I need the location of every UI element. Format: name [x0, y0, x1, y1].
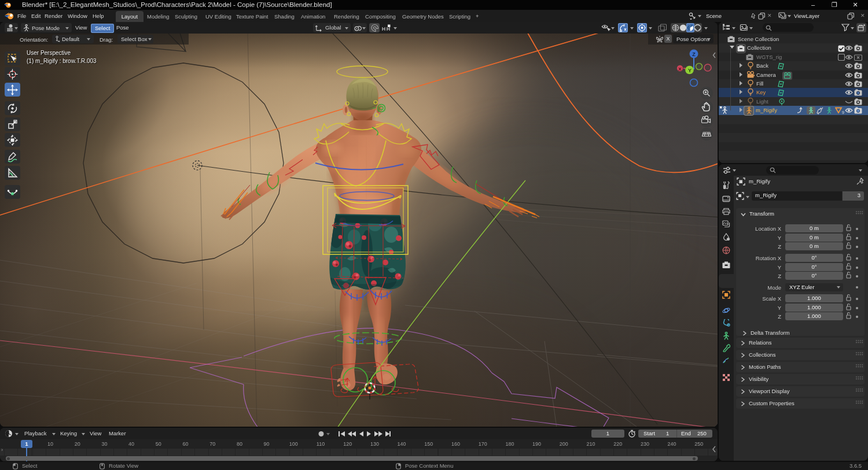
- svg-text:9: 9: [842, 110, 844, 114]
- svg-text:Y: Y: [688, 68, 692, 73]
- svg-text:X: X: [678, 66, 682, 72]
- svg-text:Z: Z: [692, 51, 696, 57]
